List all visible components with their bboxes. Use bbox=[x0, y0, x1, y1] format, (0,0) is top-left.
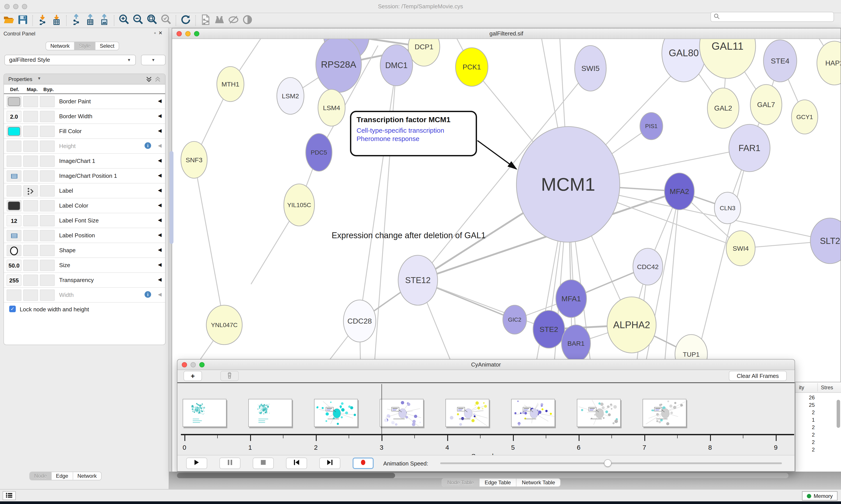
scrollbar-thumb[interactable] bbox=[177, 473, 395, 478]
def-cell[interactable] bbox=[6, 96, 21, 107]
expand-row-icon[interactable]: ◀ bbox=[158, 98, 162, 104]
network-node-swi4[interactable]: SWI4 bbox=[726, 231, 755, 266]
properties-header[interactable]: Properties▼ bbox=[4, 74, 165, 85]
animation-speed-slider[interactable] bbox=[440, 463, 782, 464]
table-header[interactable]: ityStres bbox=[795, 382, 841, 393]
timeline-frame-2[interactable] bbox=[314, 399, 358, 427]
delete-frame-button[interactable] bbox=[220, 371, 239, 381]
task-history-button[interactable] bbox=[3, 491, 16, 500]
expand-row-icon[interactable]: ◀ bbox=[158, 277, 162, 283]
network-node-bar1[interactable]: BAR1 bbox=[561, 325, 590, 362]
byp-cell[interactable] bbox=[40, 245, 55, 256]
refresh-button[interactable] bbox=[179, 14, 192, 26]
network-node-mfa1[interactable]: MFA1 bbox=[556, 280, 587, 318]
style-selector[interactable]: galFiltered Style▼ bbox=[4, 55, 136, 65]
position-icon[interactable] bbox=[11, 174, 18, 181]
cyanimator-titlebar[interactable]: CyAnimator bbox=[177, 360, 794, 370]
contrast-button[interactable] bbox=[241, 14, 254, 26]
export-image-button[interactable] bbox=[98, 14, 111, 26]
byp-cell[interactable] bbox=[40, 185, 55, 197]
zoom-in-button[interactable] bbox=[118, 14, 130, 26]
tab-network[interactable]: Network bbox=[46, 42, 74, 50]
collapse-all-icon[interactable] bbox=[155, 76, 161, 85]
byp-cell[interactable] bbox=[40, 141, 55, 152]
property-row-image-chart-position-1[interactable]: Image/Chart Position 1◀ bbox=[4, 168, 165, 183]
network-node-dmc1[interactable]: DMC1 bbox=[380, 45, 413, 86]
def-color-swatch[interactable] bbox=[8, 97, 20, 106]
map-cell[interactable] bbox=[23, 245, 38, 256]
expand-row-icon[interactable]: ◀ bbox=[158, 262, 162, 268]
network-node-swi5[interactable]: SWI5 bbox=[575, 46, 606, 91]
def-color-swatch[interactable] bbox=[8, 201, 20, 210]
skip-start-button[interactable] bbox=[286, 457, 307, 469]
expand-row-icon[interactable]: ◀ bbox=[158, 158, 162, 163]
slider-thumb[interactable] bbox=[604, 459, 611, 467]
network-node-mth1[interactable]: MTH1 bbox=[217, 67, 244, 102]
timeline-frame-6[interactable] bbox=[577, 399, 621, 427]
map-cell[interactable] bbox=[23, 126, 38, 137]
stop-button[interactable] bbox=[253, 457, 274, 469]
property-row-border-width[interactable]: 2.0Border Width◀ bbox=[4, 109, 165, 124]
property-row-shape[interactable]: Shape◀ bbox=[4, 243, 165, 258]
property-row-image-chart-1[interactable]: Image/Chart 1◀ bbox=[4, 154, 165, 168]
timeline-frame-7[interactable] bbox=[643, 399, 686, 427]
property-row-label-font-size[interactable]: 12Label Font Size◀ bbox=[4, 213, 165, 228]
timeline-frame-5[interactable] bbox=[511, 399, 555, 427]
network-node-pck1[interactable]: PCK1 bbox=[455, 48, 488, 86]
network-node-mfa2[interactable]: MFA2 bbox=[664, 173, 694, 210]
network-node-ynl047c[interactable]: YNL047C bbox=[206, 305, 242, 345]
zoom-fit-button[interactable] bbox=[145, 14, 159, 26]
record-button[interactable] bbox=[353, 457, 374, 469]
map-cell[interactable] bbox=[23, 200, 38, 212]
network-node-cdc42[interactable]: CDC42 bbox=[633, 248, 663, 285]
def-value[interactable]: 255 bbox=[7, 275, 21, 286]
byp-cell[interactable] bbox=[40, 230, 55, 241]
map-cell[interactable] bbox=[23, 274, 38, 286]
search-input[interactable] bbox=[711, 12, 834, 22]
timeline-playhead[interactable] bbox=[381, 384, 382, 435]
table-scrollbar[interactable] bbox=[837, 400, 840, 428]
property-row-height[interactable]: Heighti◀ bbox=[4, 139, 165, 154]
zoom-selected-button[interactable] bbox=[159, 14, 173, 26]
expand-all-icon[interactable] bbox=[146, 76, 152, 85]
property-row-border-paint[interactable]: Border Paint◀ bbox=[4, 94, 165, 109]
expand-row-icon[interactable]: ◀ bbox=[158, 292, 162, 297]
def-cell[interactable] bbox=[6, 156, 21, 167]
def-cell[interactable] bbox=[6, 289, 21, 301]
network-node-slt2[interactable]: SLT2 bbox=[810, 218, 841, 264]
horizontal-scrollbar[interactable] bbox=[177, 473, 788, 478]
style-options-button[interactable]: ▼ bbox=[141, 55, 165, 65]
tab-edge[interactable]: Edge bbox=[52, 472, 73, 480]
map-cell[interactable] bbox=[23, 185, 38, 197]
map-cell[interactable] bbox=[23, 170, 38, 182]
network-edge[interactable] bbox=[375, 65, 396, 363]
export-network-button[interactable] bbox=[70, 14, 83, 26]
network-node-cln3[interactable]: CLN3 bbox=[714, 192, 741, 224]
timeline-frame-4[interactable] bbox=[446, 399, 489, 427]
timeline[interactable]: 0123456789 Seconds bbox=[177, 383, 794, 456]
property-row-label[interactable]: Label◀ bbox=[4, 183, 165, 198]
network-node-hap2[interactable]: HAP2 bbox=[817, 41, 841, 85]
byp-cell[interactable] bbox=[40, 289, 55, 301]
position-icon[interactable] bbox=[11, 233, 18, 241]
byp-cell[interactable] bbox=[40, 274, 55, 286]
property-row-transparency[interactable]: 255Transparency◀ bbox=[4, 273, 165, 288]
export-table-button[interactable] bbox=[84, 14, 97, 26]
memory-button[interactable]: Memory bbox=[802, 491, 838, 501]
def-cell[interactable]: 2.0 bbox=[6, 111, 21, 122]
add-frame-button[interactable]: + bbox=[183, 371, 202, 381]
clear-all-frames-button[interactable]: Clear All Frames bbox=[729, 371, 787, 381]
property-row-fill-color[interactable]: Fill Color◀ bbox=[4, 124, 165, 139]
def-cell[interactable] bbox=[6, 245, 21, 256]
tab-network-table[interactable]: Network Table bbox=[517, 479, 560, 486]
network-node-gal11[interactable]: GAL11 bbox=[699, 39, 756, 78]
import-table-button[interactable] bbox=[50, 14, 63, 26]
open-folder-button[interactable] bbox=[2, 14, 15, 26]
network-edge[interactable] bbox=[418, 280, 549, 329]
network-node-ste12[interactable]: STE12 bbox=[398, 255, 437, 305]
byp-cell[interactable] bbox=[40, 215, 55, 227]
network-node-alpha2[interactable]: ALPHA2 bbox=[607, 297, 656, 353]
byp-cell[interactable] bbox=[40, 126, 55, 137]
network-node-gcy1[interactable]: GCY1 bbox=[791, 100, 818, 134]
byp-cell[interactable] bbox=[40, 200, 55, 212]
